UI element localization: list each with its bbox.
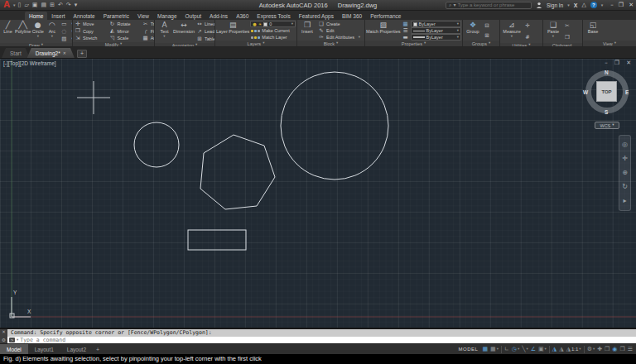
- a360-icon[interactable]: △: [581, 2, 585, 8]
- recent-commands-arrow-icon[interactable]: ▾: [17, 338, 18, 342]
- scale-button[interactable]: ◹Scale: [108, 35, 139, 41]
- ungroup-icon[interactable]: ⊟: [483, 22, 491, 29]
- linetype-list-icon[interactable]: ☰: [402, 27, 410, 34]
- file-tab-start[interactable]: Start: [2, 48, 30, 58]
- base-button[interactable]: ◱ Base: [584, 21, 602, 41]
- plot-icon[interactable]: ⊞: [50, 2, 55, 8]
- layer-select[interactable]: ● ☀ 0 ▾: [250, 21, 296, 27]
- viewport-controls[interactable]: [-][Top][2D Wireframe]: [3, 60, 56, 66]
- fillet-button[interactable]: ╭Fillet▾: [142, 28, 155, 35]
- arc-button[interactable]: ◠Arc▾: [45, 21, 59, 43]
- color-list-icon[interactable]: ▦: [402, 21, 410, 27]
- clean-screen-icon[interactable]: ❒: [619, 347, 624, 352]
- autocad-logo-icon[interactable]: A: [0, 0, 13, 11]
- tab-manage[interactable]: Manage: [153, 12, 181, 20]
- group-edit-icon[interactable]: ⊞: [483, 32, 491, 39]
- polar-tracking-icon[interactable]: ◷▾: [512, 347, 519, 352]
- circle-button[interactable]: ●Circle▾: [31, 21, 45, 43]
- help-icon[interactable]: ?: [590, 2, 597, 8]
- hatch-tool[interactable]: ▨▾: [60, 36, 73, 42]
- small-circle[interactable]: [134, 122, 179, 167]
- insert-button[interactable]: ❒ Insert: [298, 21, 316, 41]
- model-canvas[interactable]: Y X [-][Top][2D Wireframe] – ❐ ✕ N S W E…: [0, 58, 636, 329]
- undo-icon[interactable]: ↶: [58, 2, 63, 8]
- open-file-icon[interactable]: ▱: [24, 2, 28, 8]
- isometric-drafting-icon[interactable]: ╲▾: [522, 347, 528, 352]
- leader-button[interactable]: ↗Leader▾: [195, 28, 215, 35]
- command-customize-icon[interactable]: ⚙: [2, 338, 6, 343]
- quick-properties-icon[interactable]: ❐: [605, 347, 610, 352]
- trim-button[interactable]: ✂Trim▾: [142, 21, 155, 27]
- annotation-visibility-icon[interactable]: ◮: [552, 347, 556, 352]
- heptagon[interactable]: [200, 135, 275, 209]
- exchange-apps-icon[interactable]: X: [574, 2, 578, 8]
- command-close-icon[interactable]: ✕: [2, 330, 6, 335]
- save-icon[interactable]: ▣: [32, 2, 38, 8]
- tab-bim360[interactable]: BIM 360: [338, 12, 366, 20]
- drawing-restore-icon[interactable]: ❐: [614, 60, 619, 66]
- viewcube-east[interactable]: E: [625, 89, 629, 95]
- file-tab-close-icon[interactable]: ✕: [63, 51, 66, 55]
- linetype-select[interactable]: ByLayer ▾: [411, 27, 461, 34]
- create-block-button[interactable]: ❏Create: [317, 21, 364, 27]
- qat-customize-icon[interactable]: ▾: [75, 2, 78, 8]
- window-restore-icon[interactable]: ❐: [619, 2, 624, 8]
- measure-button[interactable]: ⊿ Measure ▾: [501, 21, 523, 43]
- layout2-tab[interactable]: Layout2: [60, 344, 93, 355]
- match-properties-button[interactable]: ▨ Match Properties: [366, 21, 401, 41]
- wcs-menu[interactable]: WCS ▾: [595, 122, 619, 129]
- ortho-icon[interactable]: ∟: [504, 347, 509, 352]
- search-arrow-icon[interactable]: ▾: [453, 2, 455, 7]
- large-circle[interactable]: [281, 72, 388, 180]
- ellipse-tool[interactable]: ◌▾: [60, 28, 73, 35]
- window-close-icon[interactable]: ✕: [629, 2, 634, 8]
- autoscale-icon[interactable]: ◮: [559, 347, 563, 352]
- viewcube-west[interactable]: W: [583, 89, 588, 95]
- saveas-icon[interactable]: ▤: [41, 2, 46, 8]
- layout1-tab[interactable]: Layout1: [28, 344, 60, 355]
- tab-addins[interactable]: Add-ins: [205, 12, 232, 20]
- layer-properties-button[interactable]: ▤ Layer Properties: [216, 21, 249, 41]
- hardware-acceleration-icon[interactable]: ◉: [612, 347, 617, 352]
- tab-insert[interactable]: Insert: [47, 12, 69, 20]
- search-box[interactable]: ⌕ ▾: [446, 2, 532, 9]
- command-input[interactable]: [20, 337, 636, 343]
- window-minimize-icon[interactable]: –: [610, 2, 614, 8]
- array-button[interactable]: ▦Array▾: [142, 35, 155, 41]
- annotation-scale-icon[interactable]: ◮1:1▾: [566, 347, 581, 352]
- command-history[interactable]: Command: Specify opposite corner or [Fen…: [7, 329, 636, 337]
- showmotion-icon[interactable]: ▸: [623, 198, 626, 204]
- sign-in-arrow-icon[interactable]: ▾: [567, 3, 570, 7]
- stretch-button[interactable]: ⇲Stretch: [74, 35, 106, 41]
- linear-button[interactable]: ↔Linear▾: [195, 21, 215, 27]
- sign-in-button[interactable]: Sign In: [547, 2, 563, 8]
- workspace-icon[interactable]: ⚙▾: [587, 347, 595, 352]
- new-file-icon[interactable]: ▯: [18, 2, 22, 8]
- lineweight-select[interactable]: ByLayer ▾: [411, 34, 461, 41]
- redo-icon[interactable]: ↷: [66, 2, 71, 8]
- search-input[interactable]: [457, 2, 528, 7]
- rectangle-tool[interactable]: ▭▾: [60, 21, 73, 27]
- tab-home[interactable]: Home: [25, 12, 47, 20]
- quick-select-icon[interactable]: ✛: [523, 23, 532, 30]
- edit-attributes-button[interactable]: ✑Edit Attributes▾: [317, 34, 364, 41]
- app-menu-arrow-icon[interactable]: ▾: [13, 3, 16, 7]
- drawing-close-icon[interactable]: ✕: [626, 60, 631, 66]
- cut-icon[interactable]: ✂: [563, 23, 571, 30]
- tab-a360[interactable]: A360: [232, 12, 253, 20]
- new-drawing-tab-button[interactable]: +: [77, 50, 87, 58]
- copy-clip-icon[interactable]: ❐: [563, 34, 571, 41]
- id-point-icon[interactable]: #: [523, 34, 532, 41]
- viewcube-top-face[interactable]: TOP: [596, 81, 617, 102]
- command-prompt-icon[interactable]: >: [9, 338, 15, 342]
- tab-express-tools[interactable]: Express Tools: [253, 12, 294, 20]
- edit-block-button[interactable]: ✎Edit: [317, 27, 364, 34]
- tab-output[interactable]: Output: [181, 12, 206, 20]
- orbit-icon[interactable]: ↻: [622, 184, 628, 190]
- group-button[interactable]: ❖ Group: [464, 21, 482, 41]
- rotate-button[interactable]: ↻Rotate: [108, 21, 139, 27]
- text-button[interactable]: AText▾: [156, 21, 173, 43]
- grid-icon[interactable]: ▦: [482, 347, 488, 352]
- viewcube-north[interactable]: N: [605, 69, 609, 75]
- tab-annotate[interactable]: Annotate: [70, 12, 99, 20]
